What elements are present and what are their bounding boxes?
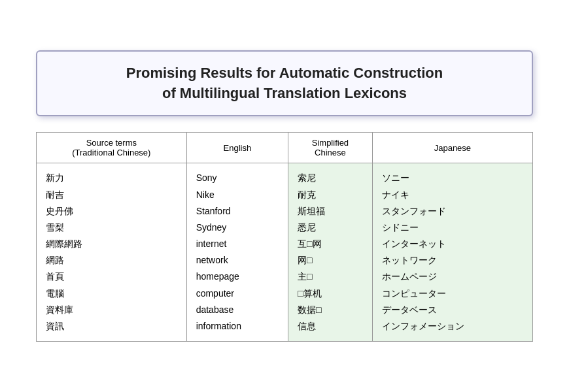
header-simplified-chinese: SimplifiedChinese	[288, 133, 373, 163]
title-line2: of Multilingual Translation Lexicons	[162, 85, 407, 101]
title-line1: Promising Results for Automatic Construc…	[126, 65, 443, 81]
lexicon-table: Source terms(Traditional Chinese) Englis…	[36, 132, 533, 342]
title-box: Promising Results for Automatic Construc…	[36, 50, 533, 117]
cell-source-terms: 新力耐吉史丹佛雪梨網際網路網路首頁電腦資料庫資訊	[37, 163, 187, 342]
header-japanese: Japanese	[372, 133, 532, 163]
table-row: 新力耐吉史丹佛雪梨網際網路網路首頁電腦資料庫資訊 SonyNikeStanfor…	[37, 163, 533, 342]
cell-simplified-terms: 索尼耐克斯坦福悉尼互□网网□主□□算机数据□信息	[288, 163, 373, 342]
page-title: Promising Results for Automatic Construc…	[57, 63, 512, 104]
cell-japanese-terms: ソニーナイキスタンフォードシドニーインターネットネットワークホームページコンピュ…	[372, 163, 532, 342]
cell-english-terms: SonyNikeStanfordSydneyinternetnetworkhom…	[186, 163, 288, 342]
header-source: Source terms(Traditional Chinese)	[37, 133, 187, 163]
main-container: Promising Results for Automatic Construc…	[23, 37, 546, 355]
header-english: English	[186, 133, 288, 163]
